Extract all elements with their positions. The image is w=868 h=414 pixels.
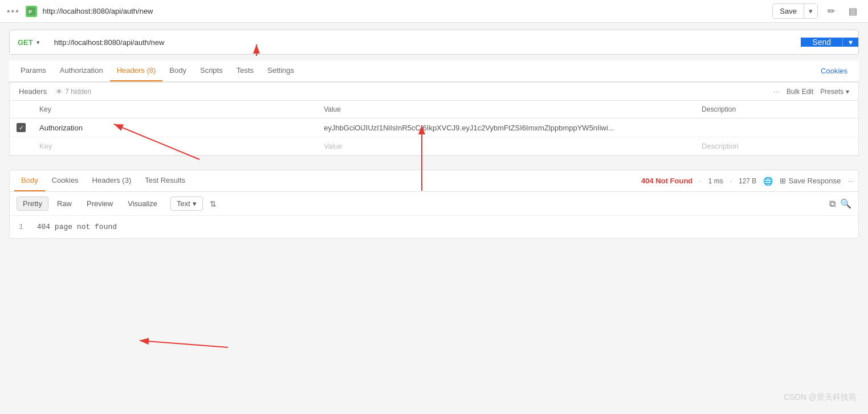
bulk-edit-button[interactable]: Bulk Edit [787, 88, 813, 96]
window-controls[interactable]: ••• [7, 6, 20, 17]
row-checkbox-cell[interactable] [10, 118, 32, 137]
presets-label: Presets [820, 88, 843, 96]
tab-tests[interactable]: Tests [230, 60, 260, 81]
response-size: 127 B [739, 177, 756, 185]
hidden-count: 7 hidden [65, 88, 91, 96]
top-bar-actions: Save ▾ ✏ ▤ [772, 3, 861, 20]
presets-arrow: ▾ [846, 88, 849, 96]
save-response-button[interactable]: ⊞ Save Response [780, 177, 841, 185]
tab-body[interactable]: Body [162, 60, 193, 81]
format-tab-visualize[interactable]: Visualize [121, 196, 164, 211]
app-icon: P [26, 6, 37, 17]
more-icon[interactable]: ··· [773, 87, 780, 96]
value-value: eyJhbGciOiJIUzI1NiIsInR5cCI6IkpXVCJ9.eyJ… [324, 124, 614, 132]
response-status-area: 404 Not Found · 1 ms · 127 B 🌐 ⊞ Save Re… [641, 177, 854, 186]
format-select[interactable]: Text ▾ [170, 196, 203, 211]
copy-icon[interactable]: ⧉ [829, 199, 836, 209]
empty-desc-cell[interactable]: Description [695, 137, 858, 155]
format-tab-raw[interactable]: Raw [51, 196, 78, 211]
send-dropdown-arrow[interactable]: ▾ [842, 38, 858, 47]
globe-icon[interactable]: 🌐 [763, 177, 773, 186]
format-tabs: Pretty Raw Preview Visualize Text ▾ ⇅ ⧉ … [10, 192, 858, 216]
search-icon[interactable]: 🔍 [840, 198, 851, 209]
main-content: GET ▾ Send ▾ Params Authorization Header… [0, 23, 868, 245]
response-tabs: Body Cookies Headers (3) Test Results 40… [10, 170, 858, 192]
console-icon-button[interactable]: ▤ [844, 3, 861, 20]
col-description: Description [695, 101, 858, 118]
value-placeholder: Value [324, 142, 342, 150]
watermark: CSDN @景天科技苑 [784, 392, 857, 403]
save-icon: ⊞ [780, 177, 786, 185]
tab-headers[interactable]: Headers (8) [110, 60, 163, 81]
col-value: Value [317, 101, 695, 118]
response-tab-headers[interactable]: Headers (3) [85, 170, 138, 191]
line-number-1: 1 [19, 223, 23, 231]
response-tab-body[interactable]: Body [14, 170, 45, 191]
eye-icon: 👁 [56, 88, 63, 96]
svg-text:P: P [28, 9, 32, 15]
response-body-text: 404 page not found [37, 223, 117, 231]
send-button[interactable]: Send [801, 38, 842, 47]
format-tab-preview[interactable]: Preview [80, 196, 119, 211]
col-key: Key [32, 101, 317, 118]
tab-params[interactable]: Params [14, 60, 53, 81]
url-input[interactable] [47, 38, 801, 47]
response-section: Body Cookies Headers (3) Test Results 40… [9, 170, 859, 239]
response-time: 1 ms [708, 177, 723, 185]
table-row: Authorization eyJhbGciOiJIUzI1NiIsInR5cC… [10, 118, 858, 137]
send-button-group[interactable]: Send ▾ [801, 38, 858, 47]
svg-line-6 [140, 341, 228, 347]
method-select[interactable]: GET ▾ [10, 30, 47, 54]
tab-settings[interactable]: Settings [260, 60, 301, 81]
row-checkbox[interactable] [17, 123, 26, 132]
method-label: GET [18, 38, 33, 47]
separator-1: · [699, 177, 701, 185]
description-cell[interactable] [695, 118, 858, 137]
save-main-button[interactable]: Save [773, 4, 804, 18]
headers-toolbar: Headers 👁 7 hidden ··· Bulk Edit Presets… [10, 83, 858, 101]
hidden-badge[interactable]: 👁 7 hidden [56, 88, 91, 96]
method-dropdown-arrow: ▾ [36, 39, 39, 46]
empty-value-cell[interactable]: Value [317, 137, 695, 155]
top-bar: ••• P http://localhost:8080/api/auth/new… [0, 0, 868, 23]
value-cell[interactable]: eyJhbGciOiJIUzI1NiIsInR5cCI6IkpXVCJ9.eyJ… [317, 118, 695, 137]
response-tab-test-results[interactable]: Test Results [138, 170, 192, 191]
cookies-link[interactable]: Cookies [814, 61, 854, 81]
status-badge: 404 Not Found [641, 177, 692, 185]
empty-key-cell[interactable]: Key [32, 137, 317, 155]
request-bar: GET ▾ Send ▾ [9, 30, 859, 55]
tab-url: http://localhost:8080/api/auth/new [43, 7, 767, 15]
response-actions: ⧉ 🔍 [829, 198, 851, 209]
format-select-arrow: ▾ [193, 199, 197, 208]
response-body: 1 404 page not found [10, 216, 858, 238]
key-cell[interactable]: Authorization [32, 118, 317, 137]
response-more-icon[interactable]: ··· [847, 177, 854, 185]
format-tab-pretty[interactable]: Pretty [17, 196, 48, 211]
tab-scripts[interactable]: Scripts [193, 60, 230, 81]
response-tab-cookies[interactable]: Cookies [45, 170, 85, 191]
edit-icon-button[interactable]: ✏ [822, 3, 840, 20]
headers-table: Key Value Description Authorization [10, 101, 858, 155]
bulk-edit-area: ··· Bulk Edit Presets ▾ [773, 87, 849, 96]
save-button-group[interactable]: Save ▾ [772, 3, 818, 19]
separator-2: · [730, 177, 732, 185]
key-placeholder: Key [39, 142, 52, 150]
headers-section: Headers 👁 7 hidden ··· Bulk Edit Presets… [9, 82, 859, 156]
desc-placeholder: Description [702, 142, 739, 150]
key-value: Authorization [39, 124, 83, 132]
save-response-label: Save Response [788, 177, 841, 185]
headers-label: Headers [19, 87, 47, 96]
format-select-label: Text [177, 199, 190, 208]
col-checkbox [10, 101, 32, 118]
filter-icon[interactable]: ⇅ [210, 199, 217, 208]
save-dropdown-button[interactable]: ▾ [804, 4, 817, 18]
presets-button[interactable]: Presets ▾ [820, 88, 849, 96]
table-empty-row: Key Value Description [10, 137, 858, 155]
empty-checkbox-cell [10, 137, 32, 155]
request-tabs: Params Authorization Headers (8) Body Sc… [9, 60, 859, 82]
tab-authorization[interactable]: Authorization [53, 60, 110, 81]
